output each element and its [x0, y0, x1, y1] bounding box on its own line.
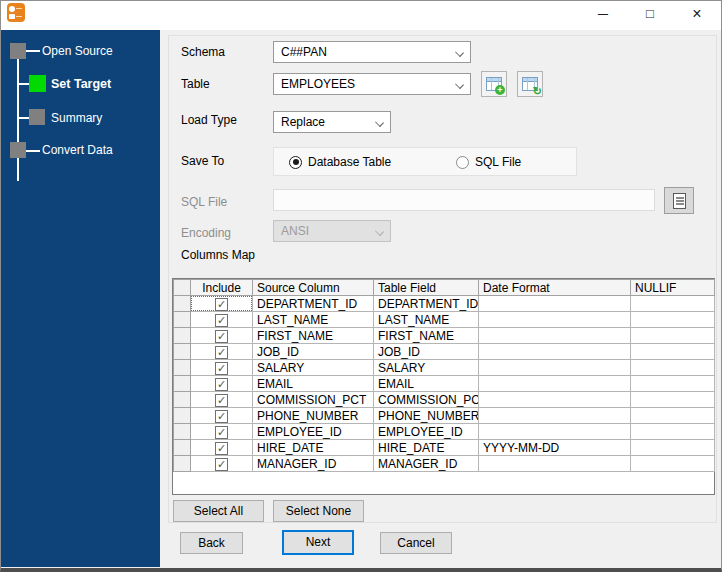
source-column-cell[interactable]: FIRST_NAME — [253, 328, 374, 344]
encoding-value: ANSI — [281, 224, 309, 238]
include-cell[interactable]: ✓ — [191, 344, 253, 360]
include-checkbox[interactable]: ✓ — [215, 378, 228, 391]
include-checkbox[interactable]: ✓ — [215, 426, 228, 439]
source-column-cell[interactable]: MANAGER_ID — [253, 456, 374, 472]
select-none-button[interactable]: Select None — [273, 500, 364, 522]
cancel-button[interactable]: Cancel — [380, 532, 452, 554]
date-format-cell[interactable] — [479, 360, 631, 376]
table-field-cell[interactable]: FIRST_NAME — [374, 328, 479, 344]
source-column-cell[interactable]: JOB_ID — [253, 344, 374, 360]
maximize-icon[interactable]: □ — [635, 2, 665, 26]
include-checkbox[interactable]: ✓ — [215, 314, 228, 327]
nullif-cell[interactable] — [631, 296, 715, 312]
date-format-cell[interactable] — [479, 456, 631, 472]
nullif-cell[interactable] — [631, 328, 715, 344]
source-column-cell[interactable]: SALARY — [253, 360, 374, 376]
include-cell[interactable]: ✓ — [191, 424, 253, 440]
next-button[interactable]: Next — [282, 530, 354, 555]
row-header-cell[interactable] — [174, 408, 191, 424]
source-column-cell[interactable]: LAST_NAME — [253, 312, 374, 328]
date-format-cell[interactable] — [479, 392, 631, 408]
row-header-cell[interactable] — [174, 440, 191, 456]
table-select[interactable]: EMPLOYEES — [273, 73, 471, 95]
load-type-select[interactable]: Replace — [273, 111, 391, 133]
include-checkbox[interactable]: ✓ — [215, 410, 228, 423]
source-column-cell[interactable]: DEPARTMENT_ID — [253, 296, 374, 312]
include-checkbox[interactable]: ✓ — [215, 394, 228, 407]
date-format-cell[interactable] — [479, 328, 631, 344]
row-header-cell[interactable] — [174, 456, 191, 472]
step-label-convert-data: Convert Data — [42, 143, 113, 157]
close-icon[interactable]: × — [682, 2, 712, 26]
source-column-cell[interactable]: PHONE_NUMBER — [253, 408, 374, 424]
include-cell[interactable]: ✓ — [191, 296, 253, 312]
row-header-cell[interactable] — [174, 312, 191, 328]
minimize-icon[interactable]: ─ — [588, 2, 618, 26]
include-cell[interactable]: ✓ — [191, 408, 253, 424]
nullif-cell[interactable] — [631, 408, 715, 424]
refresh-tables-button[interactable]: ↻ — [517, 71, 543, 97]
table-field-cell[interactable]: LAST_NAME — [374, 312, 479, 328]
date-format-cell[interactable] — [479, 312, 631, 328]
date-format-cell[interactable] — [479, 376, 631, 392]
table-field-cell[interactable]: EMPLOYEE_ID — [374, 424, 479, 440]
include-checkbox[interactable]: ✓ — [215, 346, 228, 359]
date-format-cell[interactable] — [479, 408, 631, 424]
radio-selected-icon[interactable] — [289, 156, 302, 169]
include-cell[interactable]: ✓ — [191, 328, 253, 344]
row-header-cell[interactable] — [174, 296, 191, 312]
include-checkbox[interactable]: ✓ — [215, 330, 228, 343]
row-header-cell[interactable] — [174, 392, 191, 408]
sql-file-input — [273, 189, 655, 211]
include-checkbox[interactable]: ✓ — [215, 362, 228, 375]
date-format-cell[interactable] — [479, 424, 631, 440]
include-checkbox[interactable]: ✓ — [215, 442, 228, 455]
source-column-cell[interactable]: EMAIL — [253, 376, 374, 392]
include-cell[interactable]: ✓ — [191, 360, 253, 376]
source-column-cell[interactable]: EMPLOYEE_ID — [253, 424, 374, 440]
include-cell[interactable]: ✓ — [191, 440, 253, 456]
row-header-cell[interactable] — [174, 328, 191, 344]
nullif-cell[interactable] — [631, 440, 715, 456]
save-to-sql-file-option[interactable]: SQL File — [456, 155, 521, 169]
table-field-cell[interactable]: SALARY — [374, 360, 479, 376]
include-cell[interactable]: ✓ — [191, 456, 253, 472]
schema-select[interactable]: C##PAN — [273, 41, 471, 63]
nullif-cell[interactable] — [631, 360, 715, 376]
save-to-sql-file-label: SQL File — [475, 155, 521, 169]
table-field-cell[interactable]: MANAGER_ID — [374, 456, 479, 472]
radio-unselected-icon[interactable] — [456, 156, 469, 169]
nullif-cell[interactable] — [631, 344, 715, 360]
include-cell[interactable]: ✓ — [191, 392, 253, 408]
nullif-cell[interactable] — [631, 456, 715, 472]
save-to-database-option[interactable]: Database Table — [289, 155, 391, 169]
table-field-cell[interactable]: COMMISSION_PCT — [374, 392, 479, 408]
row-header-cell[interactable] — [174, 360, 191, 376]
date-format-cell[interactable] — [479, 344, 631, 360]
nullif-cell[interactable] — [631, 312, 715, 328]
table-field-cell[interactable]: PHONE_NUMBER — [374, 408, 479, 424]
source-column-cell[interactable]: HIRE_DATE — [253, 440, 374, 456]
include-cell[interactable]: ✓ — [191, 376, 253, 392]
row-header-cell[interactable] — [174, 376, 191, 392]
nullif-cell[interactable] — [631, 392, 715, 408]
source-column-cell[interactable]: COMMISSION_PCT — [253, 392, 374, 408]
nullif-header: NULLIF — [631, 280, 715, 296]
include-checkbox[interactable]: ✓ — [215, 298, 228, 311]
include-cell[interactable]: ✓ — [191, 312, 253, 328]
table-field-cell[interactable]: JOB_ID — [374, 344, 479, 360]
chevron-down-icon — [375, 118, 384, 127]
table-field-cell[interactable]: HIRE_DATE — [374, 440, 479, 456]
include-checkbox[interactable]: ✓ — [215, 458, 228, 471]
row-header-cell[interactable] — [174, 344, 191, 360]
nullif-cell[interactable] — [631, 424, 715, 440]
back-button[interactable]: Back — [180, 532, 243, 554]
date-format-cell[interactable] — [479, 296, 631, 312]
nullif-cell[interactable] — [631, 376, 715, 392]
date-format-cell[interactable]: YYYY-MM-DD — [479, 440, 631, 456]
create-table-button[interactable]: + — [481, 71, 507, 97]
table-field-cell[interactable]: DEPARTMENT_ID — [374, 296, 479, 312]
table-field-cell[interactable]: EMAIL — [374, 376, 479, 392]
row-header-cell[interactable] — [174, 424, 191, 440]
select-all-button[interactable]: Select All — [173, 500, 264, 522]
